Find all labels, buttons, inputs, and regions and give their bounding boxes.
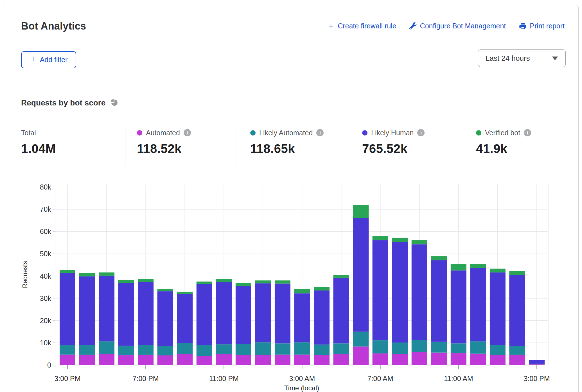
bar-segment-automated-17[interactable] [392, 354, 408, 365]
bar-segment-likely-human-16[interactable] [373, 240, 388, 340]
bar-segment-verified-bot-21[interactable] [470, 264, 486, 268]
bar-segment-likely-automated-14[interactable] [333, 343, 349, 354]
bar-segment-likely-human-17[interactable] [392, 242, 408, 343]
bar-segment-likely-automated-22[interactable] [490, 345, 506, 355]
bar-segment-automated-8[interactable] [216, 354, 232, 365]
bar-segment-likely-human-11[interactable] [275, 283, 290, 343]
bar-segment-likely-automated-13[interactable] [314, 344, 330, 355]
bar-segment-likely-automated-10[interactable] [255, 342, 271, 355]
bar-segment-likely-human-7[interactable] [197, 284, 212, 345]
bar-segment-verified-bot-20[interactable] [451, 264, 466, 271]
bar-segment-verified-bot-22[interactable] [490, 269, 506, 272]
bar-segment-verified-bot-24[interactable] [529, 360, 545, 360]
bar-segment-likely-human-12[interactable] [294, 293, 310, 342]
bar-segment-automated-10[interactable] [255, 355, 271, 365]
bar-segment-automated-16[interactable] [373, 353, 388, 365]
bar-segment-automated-18[interactable] [412, 352, 427, 365]
bar-segment-verified-bot-0[interactable] [60, 270, 75, 273]
bar-segment-verified-bot-12[interactable] [294, 289, 310, 293]
bar-segment-likely-human-15[interactable] [353, 218, 369, 332]
bar-segment-likely-human-6[interactable] [177, 294, 193, 343]
bar-segment-likely-automated-20[interactable] [451, 343, 466, 353]
bar-segment-automated-19[interactable] [431, 353, 447, 365]
bar-segment-likely-automated-4[interactable] [138, 345, 154, 355]
bar-segment-verified-bot-9[interactable] [236, 283, 251, 286]
bar-segment-likely-human-23[interactable] [509, 275, 525, 346]
bar-segment-verified-bot-17[interactable] [392, 238, 408, 242]
bar-segment-likely-automated-21[interactable] [470, 341, 486, 354]
bar-segment-automated-9[interactable] [236, 355, 251, 365]
bar-segment-verified-bot-7[interactable] [197, 281, 212, 284]
bar-segment-likely-automated-23[interactable] [509, 346, 525, 355]
bar-segment-verified-bot-19[interactable] [431, 256, 447, 260]
bar-segment-verified-bot-15[interactable] [353, 205, 369, 218]
bar-segment-verified-bot-10[interactable] [255, 280, 271, 283]
bar-segment-verified-bot-13[interactable] [314, 287, 330, 290]
bar-segment-automated-5[interactable] [157, 355, 173, 365]
bar-segment-likely-automated-8[interactable] [216, 344, 232, 354]
bar-segment-likely-automated-17[interactable] [392, 343, 408, 354]
bar-segment-automated-4[interactable] [138, 355, 154, 365]
bar-segment-likely-human-13[interactable] [314, 290, 330, 344]
bar-segment-verified-bot-11[interactable] [275, 280, 290, 283]
bar-segment-likely-human-21[interactable] [470, 268, 486, 341]
bar-segment-automated-1[interactable] [79, 355, 95, 365]
bar-segment-likely-automated-18[interactable] [412, 340, 427, 352]
bar-segment-automated-13[interactable] [314, 355, 330, 365]
bar-segment-automated-7[interactable] [197, 356, 212, 365]
bar-segment-verified-bot-4[interactable] [138, 279, 154, 282]
bar-segment-likely-human-3[interactable] [118, 283, 134, 346]
bar-segment-likely-automated-16[interactable] [373, 340, 388, 353]
bar-segment-automated-0[interactable] [60, 355, 75, 365]
bar-segment-automated-20[interactable] [451, 353, 466, 365]
bar-segment-likely-human-22[interactable] [490, 272, 506, 345]
bar-segment-automated-12[interactable] [294, 355, 310, 365]
bar-segment-likely-human-18[interactable] [412, 244, 427, 340]
bar-segment-likely-automated-0[interactable] [60, 345, 75, 355]
bar-segment-automated-23[interactable] [509, 355, 525, 365]
bar-segment-likely-automated-5[interactable] [157, 346, 173, 355]
bar-segment-automated-22[interactable] [490, 355, 506, 365]
bar-segment-verified-bot-8[interactable] [216, 279, 232, 282]
bar-segment-verified-bot-2[interactable] [99, 272, 114, 276]
bar-segment-likely-human-24[interactable] [529, 360, 545, 364]
bar-segment-verified-bot-23[interactable] [509, 271, 525, 275]
bar-segment-automated-6[interactable] [177, 354, 193, 365]
bar-segment-likely-human-0[interactable] [60, 273, 75, 345]
bar-segment-likely-automated-6[interactable] [177, 343, 193, 354]
bar-segment-likely-automated-12[interactable] [294, 342, 310, 355]
bar-segment-likely-human-14[interactable] [333, 278, 349, 343]
bar-segment-likely-human-19[interactable] [431, 260, 447, 342]
bar-segment-likely-automated-24[interactable] [529, 364, 545, 364]
bar-segment-automated-15[interactable] [353, 346, 369, 365]
bar-segment-likely-automated-7[interactable] [197, 345, 212, 356]
bar-segment-likely-automated-11[interactable] [275, 343, 290, 355]
bar-segment-likely-human-5[interactable] [157, 291, 173, 346]
bar-segment-verified-bot-14[interactable] [333, 275, 349, 278]
bar-segment-automated-2[interactable] [99, 354, 114, 365]
bar-segment-likely-human-4[interactable] [138, 282, 154, 345]
bar-segment-automated-21[interactable] [470, 354, 486, 365]
bar-segment-likely-automated-1[interactable] [79, 345, 95, 355]
bar-segment-likely-automated-3[interactable] [118, 346, 134, 355]
bar-segment-likely-human-1[interactable] [79, 276, 95, 345]
bar-segment-likely-automated-19[interactable] [431, 342, 447, 353]
bar-segment-verified-bot-3[interactable] [118, 280, 134, 283]
bar-segment-verified-bot-18[interactable] [412, 240, 427, 244]
bar-segment-verified-bot-6[interactable] [177, 292, 193, 294]
bar-segment-likely-automated-15[interactable] [353, 332, 369, 346]
bar-segment-likely-human-20[interactable] [451, 271, 466, 344]
bar-segment-likely-automated-9[interactable] [236, 344, 251, 355]
bar-segment-automated-3[interactable] [118, 355, 134, 365]
bar-segment-automated-11[interactable] [275, 355, 290, 365]
bar-segment-verified-bot-16[interactable] [373, 236, 388, 240]
bar-segment-verified-bot-5[interactable] [157, 289, 173, 291]
bar-segment-likely-human-2[interactable] [99, 276, 114, 341]
bar-segment-likely-human-8[interactable] [216, 282, 232, 344]
bar-segment-verified-bot-1[interactable] [79, 273, 95, 276]
bar-segment-likely-human-10[interactable] [255, 283, 271, 343]
bar-segment-automated-14[interactable] [333, 354, 349, 365]
bar-segment-likely-automated-2[interactable] [99, 341, 114, 354]
bar-segment-automated-24[interactable] [529, 364, 545, 365]
bar-segment-likely-human-9[interactable] [236, 286, 251, 344]
